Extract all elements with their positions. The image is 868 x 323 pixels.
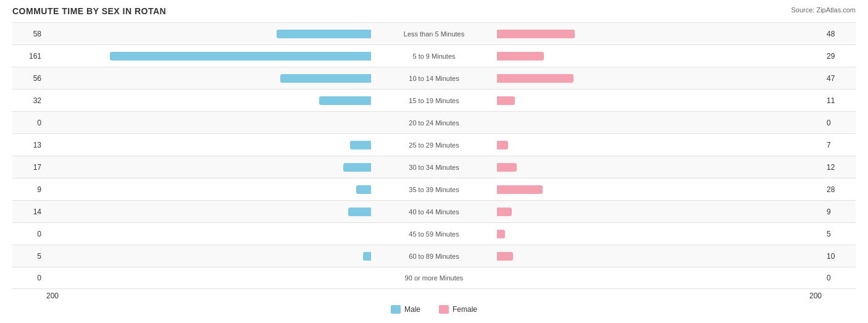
male-value: 56 xyxy=(12,74,46,83)
female-value: 0 xyxy=(822,274,856,282)
male-bar-container xyxy=(46,274,372,282)
row-chart: 5 to 9 Minutes xyxy=(46,45,822,67)
chart-container: COMMUTE TIME BY SEX IN ROTAN Source: Zip… xyxy=(12,6,856,314)
female-value: 48 xyxy=(822,30,856,38)
male-bar-container xyxy=(46,230,372,238)
male-bar-container xyxy=(46,163,372,172)
female-bar xyxy=(497,208,512,216)
row-chart: 25 to 29 Minutes xyxy=(46,134,822,156)
female-bar-container xyxy=(496,30,822,38)
row-label: Less than 5 Minutes xyxy=(372,30,496,38)
female-bar xyxy=(497,141,508,149)
axis-right-number: 200 xyxy=(496,292,822,300)
female-bar-container xyxy=(496,185,822,194)
female-value: 9 xyxy=(822,208,856,216)
female-bar-container xyxy=(496,230,822,238)
male-bar xyxy=(319,96,371,105)
male-value: 9 xyxy=(12,185,46,194)
table-row: 0 90 or more Minutes 0 xyxy=(12,267,856,289)
female-bar xyxy=(497,163,517,172)
male-bar-container xyxy=(46,52,372,61)
female-bar-container xyxy=(496,96,822,105)
male-value: 0 xyxy=(12,119,46,127)
female-value: 5 xyxy=(822,230,856,238)
male-bar-container xyxy=(46,119,372,127)
female-bar xyxy=(497,96,515,105)
row-label: 10 to 14 Minutes xyxy=(372,75,496,82)
male-bar xyxy=(110,52,371,61)
male-bar xyxy=(350,141,371,149)
female-bar xyxy=(497,52,544,61)
male-bar xyxy=(363,252,371,261)
row-chart: 15 to 19 Minutes xyxy=(46,90,822,111)
male-value: 17 xyxy=(12,163,46,172)
table-row: 14 40 to 44 Minutes 9 xyxy=(12,200,856,222)
male-value: 0 xyxy=(12,274,46,282)
row-chart: 20 to 24 Minutes xyxy=(46,112,822,133)
chart-rows: 58 Less than 5 Minutes 48 161 5 to 9 Min… xyxy=(12,22,856,289)
table-row: 56 10 to 14 Minutes 47 xyxy=(12,67,856,89)
axis-row: 200 200 xyxy=(12,292,856,300)
female-value: 7 xyxy=(822,141,856,149)
row-label: 15 to 19 Minutes xyxy=(372,97,496,104)
row-label: 45 to 59 Minutes xyxy=(372,230,496,238)
table-row: 161 5 to 9 Minutes 29 xyxy=(12,44,856,67)
female-bar-container xyxy=(496,274,822,282)
male-bar-container xyxy=(46,96,372,105)
table-row: 13 25 to 29 Minutes 7 xyxy=(12,133,856,156)
male-bar xyxy=(348,208,371,216)
male-bar xyxy=(277,30,371,38)
source-label: Source: ZipAtlas.com xyxy=(791,6,856,14)
male-value: 5 xyxy=(12,252,46,261)
legend-male-label: Male xyxy=(404,305,420,314)
legend: Male Female xyxy=(12,305,856,314)
row-label: 30 to 34 Minutes xyxy=(372,164,496,171)
row-chart: 10 to 14 Minutes xyxy=(46,67,822,89)
row-chart: 40 to 44 Minutes xyxy=(46,201,822,222)
female-value: 10 xyxy=(822,252,856,261)
female-bar-container xyxy=(496,52,822,61)
axis-left-number: 200 xyxy=(46,292,372,300)
table-row: 58 Less than 5 Minutes 48 xyxy=(12,22,856,44)
female-value: 11 xyxy=(822,96,856,105)
legend-male-swatch xyxy=(391,305,401,314)
legend-female: Female xyxy=(439,305,477,314)
male-bar-container xyxy=(46,30,372,38)
male-value: 0 xyxy=(12,230,46,238)
male-value: 58 xyxy=(12,30,46,38)
row-chart: Less than 5 Minutes xyxy=(46,23,822,44)
female-bar-container xyxy=(496,74,822,83)
female-value: 29 xyxy=(822,52,856,61)
female-bar-container xyxy=(496,141,822,149)
female-bar xyxy=(497,74,574,83)
chart-title: COMMUTE TIME BY SEX IN ROTAN xyxy=(12,6,166,16)
row-label: 20 to 24 Minutes xyxy=(372,119,496,127)
row-label: 35 to 39 Minutes xyxy=(372,186,496,193)
table-row: 0 20 to 24 Minutes 0 xyxy=(12,111,856,133)
legend-male: Male xyxy=(391,305,420,314)
male-bar-container xyxy=(46,208,372,216)
male-bar xyxy=(343,163,371,172)
table-row: 17 30 to 34 Minutes 12 xyxy=(12,156,856,178)
female-bar-container xyxy=(496,163,822,172)
female-bar xyxy=(497,185,543,194)
male-bar-container xyxy=(46,74,372,83)
female-bar-container xyxy=(496,252,822,261)
female-value: 12 xyxy=(822,163,856,172)
female-value: 47 xyxy=(822,74,856,83)
male-value: 13 xyxy=(12,141,46,149)
male-bar-container xyxy=(46,252,372,261)
female-bar-container xyxy=(496,119,822,127)
male-bar-container xyxy=(46,185,372,194)
male-value: 14 xyxy=(12,208,46,216)
row-chart: 30 to 34 Minutes xyxy=(46,156,822,178)
female-value: 28 xyxy=(822,185,856,194)
male-value: 161 xyxy=(12,52,46,61)
male-bar-container xyxy=(46,141,372,149)
legend-female-label: Female xyxy=(453,305,477,314)
row-chart: 35 to 39 Minutes xyxy=(46,178,822,200)
male-value: 32 xyxy=(12,96,46,105)
female-bar xyxy=(497,30,575,38)
row-chart: 60 to 89 Minutes xyxy=(46,245,822,267)
row-label: 90 or more Minutes xyxy=(372,274,496,282)
